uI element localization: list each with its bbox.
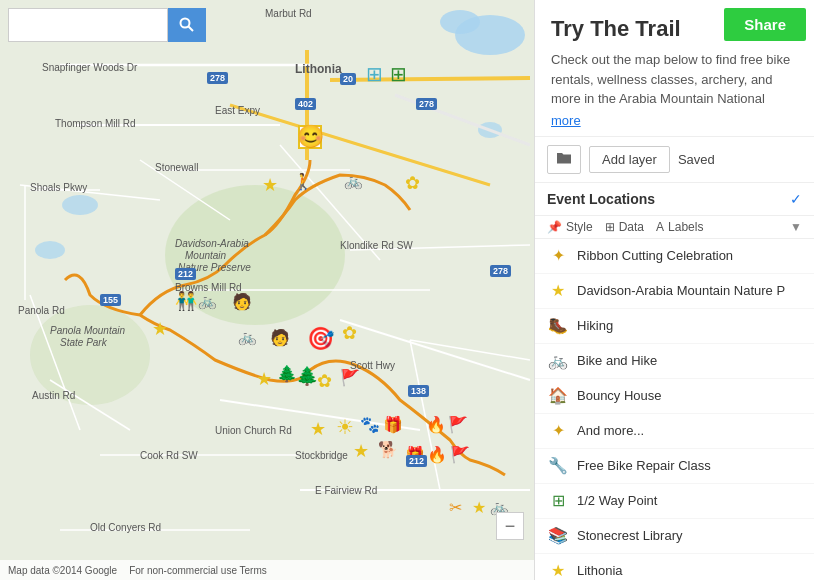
map-marker-grid1[interactable]: ⊞ (390, 62, 407, 86)
zoom-controls: − (496, 512, 524, 540)
data-label: Data (619, 220, 644, 234)
expand-arrow-icon[interactable]: ▼ (790, 220, 802, 234)
add-layer-button[interactable]: Add layer (589, 146, 670, 173)
event-item[interactable]: 📚Stonecrest Library (535, 519, 814, 554)
map-marker-flower2[interactable]: ✿ (342, 322, 357, 344)
map-marker-tree1[interactable]: 🌲 (296, 365, 318, 387)
map-marker-flag3[interactable]: 🚩 (450, 445, 470, 464)
map-marker-bike1[interactable]: 🚲 (344, 172, 363, 190)
zoom-minus-button[interactable]: − (496, 512, 524, 540)
event-item-icon: ✦ (547, 245, 569, 267)
event-item-icon: ★ (547, 280, 569, 302)
event-item-label: Stonecrest Library (577, 528, 683, 543)
map-marker-gift1[interactable]: 🎁 (383, 415, 403, 434)
event-locations: Event Locations ✓ 📌 Style ⊞ Data A Label… (535, 182, 814, 581)
map-marker-flame2[interactable]: 🔥 (427, 445, 447, 464)
saved-label[interactable]: Saved (678, 152, 715, 167)
event-item-icon: 🚲 (547, 350, 569, 372)
event-item[interactable]: 🔧Free Bike Repair Class (535, 449, 814, 484)
style-option-style[interactable]: 📌 Style (547, 220, 593, 234)
style-label: Style (566, 220, 593, 234)
badge-402: 402 (295, 98, 316, 110)
event-item-icon: 🏠 (547, 385, 569, 407)
map-marker-star6[interactable]: ★ (472, 498, 486, 517)
badge-155: 155 (100, 294, 121, 306)
event-locations-title: Event Locations (547, 191, 655, 207)
map-marker-scissors[interactable]: ✂ (449, 498, 462, 517)
event-item-label: Ribbon Cutting Celebration (577, 248, 733, 263)
event-item-label: Hiking (577, 318, 613, 333)
style-option-data[interactable]: ⊞ Data (605, 220, 644, 234)
folder-button[interactable] (547, 145, 581, 174)
event-item[interactable]: ★Lithonia (535, 554, 814, 581)
style-option-labels[interactable]: A Labels (656, 220, 703, 234)
a-icon: A (656, 220, 664, 234)
event-locations-header: Event Locations ✓ (535, 183, 814, 216)
attribution-terms[interactable]: For non-commercial use Terms (129, 565, 267, 576)
event-item[interactable]: ✦Ribbon Cutting Celebration (535, 239, 814, 274)
map-marker-flower1[interactable]: ✿ (405, 172, 420, 194)
map-marker-star4[interactable]: ★ (310, 418, 326, 440)
map-marker-star2[interactable]: ★ (152, 318, 168, 340)
event-item[interactable]: ★Davidson-Arabia Mountain Nature P (535, 274, 814, 309)
event-item-icon: ✦ (547, 420, 569, 442)
event-item[interactable]: ✦And more... (535, 414, 814, 449)
svg-point-30 (181, 19, 190, 28)
map-marker-flag1[interactable]: 🚩 (340, 368, 360, 387)
event-item-icon: ★ (547, 560, 569, 581)
badge-278c: 278 (490, 265, 511, 277)
map-marker-sign[interactable]: 😊 (298, 125, 322, 149)
event-item-label: 1/2 Way Point (577, 493, 657, 508)
map-attribution: Map data ©2014 Google For non-commercial… (0, 560, 534, 580)
badge-278: 278 (207, 72, 228, 84)
right-panel: Try The Trail Check out the map below to… (534, 0, 814, 580)
map-marker-paw[interactable]: 🐾 (360, 415, 380, 434)
event-item-label: Free Bike Repair Class (577, 458, 711, 473)
event-item[interactable]: 🚲Bike and Hike (535, 344, 814, 379)
map-marker-bike3[interactable]: 🚲 (238, 328, 257, 346)
map-marker-flower3[interactable]: ✿ (317, 370, 332, 392)
event-item-label: Lithonia (577, 563, 623, 578)
badge-278b: 278 (416, 98, 437, 110)
map-marker-star1[interactable]: ★ (262, 174, 278, 196)
event-item-label: And more... (577, 423, 644, 438)
event-item[interactable]: 🥾Hiking (535, 309, 814, 344)
map-marker-hiker3[interactable]: 🧑 (270, 328, 290, 347)
map-marker-tree2[interactable]: 🌲 (277, 364, 297, 383)
event-item-label: Bike and Hike (577, 353, 657, 368)
search-input[interactable] (8, 8, 168, 42)
map-marker-dog[interactable]: 🐕 (378, 440, 398, 459)
map-marker-hiker1[interactable]: 🚶 (293, 172, 313, 191)
map-marker-star5[interactable]: ★ (353, 440, 369, 462)
attribution-text: Map data ©2014 Google (8, 565, 117, 576)
event-item-label: Davidson-Arabia Mountain Nature P (577, 283, 785, 298)
map-marker-hiker2[interactable]: 🧑 (232, 292, 252, 311)
event-item-label: Bouncy House (577, 388, 662, 403)
map-marker-flag2[interactable]: 🚩 (448, 415, 468, 434)
share-button[interactable]: Share (724, 8, 806, 41)
pin-icon: 📌 (547, 220, 562, 234)
badge-20: 20 (340, 73, 356, 85)
map-marker-target[interactable]: 🎯 (307, 326, 334, 352)
search-button[interactable] (168, 8, 206, 42)
svg-line-31 (189, 27, 194, 32)
map-marker-flame1[interactable]: 🔥 (426, 415, 446, 434)
event-locations-checkmark[interactable]: ✓ (790, 191, 802, 207)
map-marker-hiker4[interactable]: 👬 (175, 290, 197, 312)
map-marker-bike2[interactable]: 🚲 (198, 292, 217, 310)
event-item[interactable]: ⊞1/2 Way Point (535, 484, 814, 519)
event-item[interactable]: 🏠Bouncy House (535, 379, 814, 414)
panel-description: Check out the map below to find free bik… (551, 50, 798, 109)
event-style-bar: 📌 Style ⊞ Data A Labels ▼ (535, 216, 814, 239)
event-list: ✦Ribbon Cutting Celebration★Davidson-Ara… (535, 239, 814, 581)
event-item-icon: 🥾 (547, 315, 569, 337)
map-marker-sun[interactable]: ☀ (336, 415, 354, 439)
badge-212b: 212 (406, 455, 427, 467)
map-marker-grid2[interactable]: ⊞ (366, 62, 383, 86)
panel-more-link[interactable]: more (551, 113, 798, 128)
map-marker-star3[interactable]: ★ (256, 368, 272, 390)
panel-toolbar: Add layer Saved (535, 136, 814, 182)
event-item-icon: 📚 (547, 525, 569, 547)
badge-138: 138 (408, 385, 429, 397)
event-item-icon: 🔧 (547, 455, 569, 477)
